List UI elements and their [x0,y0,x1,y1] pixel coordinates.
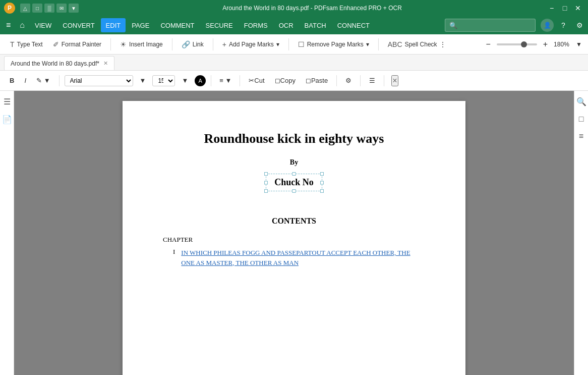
zoom-in-button[interactable]: + [539,38,552,51]
spell-check-button[interactable]: ABC Spell Check ⋮ [384,38,450,50]
remove-page-marks-icon: ☐ [298,40,305,48]
sep-5 [378,38,379,50]
remove-page-marks-button[interactable]: ☐ Remove Page Marks ▾ [294,38,373,50]
user-avatar[interactable]: 👤 [541,19,554,32]
handle-tm[interactable] [292,172,296,176]
settings-button[interactable]: ⚙ [573,19,586,32]
highlight-button[interactable]: ✎ ▼ [33,75,53,86]
hamburger-menu[interactable]: ≡ [2,18,15,32]
edit-sep-1 [59,75,60,86]
menu-view[interactable]: VIEW [30,18,56,32]
handle-bm[interactable] [292,189,296,193]
align-button[interactable]: ≡ ▼ [216,75,234,86]
window-controls: − □ ✕ [546,3,584,14]
main-area: ☰ 📄 Roundhouse kick in eighty ways By Ch [0,91,588,375]
menu-comment[interactable]: COMMENT [155,18,199,32]
zoom-slider[interactable] [497,43,537,45]
spell-check-icon: ABC [388,40,402,48]
app-title: Around the World in 80 days.pdf - PDFsam… [79,5,546,12]
font-dropdown[interactable]: ▼ [136,75,150,86]
close-edit-toolbar-button[interactable]: × [391,75,398,86]
dropdown-arrow: ▾ [276,41,279,48]
text-edit-toolbar: B I ✎ ▼ Arial Times New Roman Courier ▼ … [0,71,588,91]
format-painter-button[interactable]: ✐ Format Painter [49,38,105,50]
add-page-marks-icon: + [222,40,226,48]
author-text-box[interactable]: Chuck No [266,174,322,191]
close-button[interactable]: ✕ [572,3,584,14]
chapter-entry-1: I IN WHICH PHILEAS FOGG AND PASSEPARTOUT… [163,248,425,267]
text-color-button[interactable]: A [195,75,206,86]
bookmarks-icon[interactable]: 📄 [0,113,14,126]
tab-bar: Around the World in 80 days.pdf* ✕ [0,55,588,71]
bold-button[interactable]: B [6,75,18,86]
handle-br[interactable] [320,189,324,193]
menu-forms[interactable]: FORMS [239,18,273,32]
link-button[interactable]: 🔗 Link [178,38,208,50]
document-tab[interactable]: Around the World in 80 days.pdf* ✕ [4,56,114,70]
quick-access-buttons: △ □ ▒ ✉ ▼ [20,4,79,13]
help-button[interactable]: ? [557,19,570,32]
chapter-num-1: I [173,248,175,267]
chapter-title-1[interactable]: IN WHICH PHILEAS FOGG AND PASSEPARTOUT A… [181,248,425,267]
sep-2 [172,38,172,50]
size-dropdown[interactable]: ▼ [178,75,192,86]
dropdown-arrow2: ▾ [366,41,369,48]
edit-sep-3 [240,75,240,86]
save-btn[interactable]: ✉ [56,4,67,13]
menu-bar: ≡ ⌂ VIEW CONVERT EDIT PAGE COMMENT SECUR… [0,16,588,34]
page-thumbnails-icon[interactable]: ☰ [2,95,13,109]
zoom-dropdown[interactable]: ▼ [576,41,582,48]
document-title: Roundhouse kick in eighty ways [163,131,425,146]
dropdown-btn[interactable]: ▼ [69,4,79,13]
menu-ocr[interactable]: OCR [274,18,299,32]
handle-tl[interactable] [264,172,268,176]
handle-mr[interactable] [320,181,324,184]
new-btn[interactable]: □ [32,4,42,13]
tab-close-button[interactable]: ✕ [103,60,108,67]
properties-button[interactable]: ⚙ [342,75,355,86]
menu-right: 👤 ? ⚙ [541,19,586,32]
zoom-level: 180% [554,41,574,48]
sep-1 [110,38,111,50]
handle-bl[interactable] [264,189,268,193]
title-bar: P △ □ ▒ ✉ ▼ Around the World in 80 days.… [0,0,588,16]
pdf-viewer[interactable]: Roundhouse kick in eighty ways By Chuck … [14,91,574,375]
type-text-icon: T [10,40,15,48]
edit-sep-6 [384,75,384,86]
menu-secure[interactable]: SECURE [201,18,238,32]
maximize-button[interactable]: □ [559,3,571,14]
search-box[interactable]: 🔍 [445,19,536,32]
font-select[interactable]: Arial Times New Roman Courier [65,75,133,86]
menu-page[interactable]: PAGE [127,18,154,32]
handle-tr[interactable] [320,172,324,176]
insert-image-button[interactable]: ☀ Insert Image [116,38,167,50]
copy-button[interactable]: ◻ Copy [271,75,299,86]
pdf-page: Roundhouse kick in eighty ways By Chuck … [123,101,465,375]
menu-edit[interactable]: EDIT [101,18,126,32]
more-options-button[interactable]: ☰ [366,75,379,86]
open-btn[interactable]: ▒ [44,4,54,13]
search-icon: 🔍 [449,22,457,29]
type-text-button[interactable]: T Type Text [6,38,47,50]
edit-sep-4 [336,75,337,86]
app-icon: P [4,3,15,14]
back-btn[interactable]: △ [20,4,30,13]
author-container: Chuck No [163,174,425,191]
zoom-out-button[interactable]: − [482,38,494,51]
properties-panel-icon[interactable]: ≡ [577,130,585,143]
menu-convert[interactable]: CONVERT [57,18,99,32]
cut-button[interactable]: ✂ Cut [245,75,268,86]
title-bar-left: P △ □ ▒ ✉ ▼ [4,3,79,14]
home-button[interactable]: ⌂ [16,18,29,32]
add-page-marks-button[interactable]: + Add Page Marks ▾ [218,38,283,50]
handle-ml[interactable] [264,181,268,184]
italic-button[interactable]: I [21,75,30,86]
menu-batch[interactable]: BATCH [300,18,331,32]
paste-button[interactable]: ◻ Paste [302,75,331,86]
fit-page-icon[interactable]: □ [577,113,586,126]
search-panel-icon[interactable]: 🔍 [574,95,589,109]
menu-connect[interactable]: CONNECT [332,18,375,32]
minimize-button[interactable]: − [546,3,558,14]
font-size-select[interactable]: 15 12 14 16 18 24 [152,75,175,86]
tab-label: Around the World in 80 days.pdf* [11,60,99,67]
